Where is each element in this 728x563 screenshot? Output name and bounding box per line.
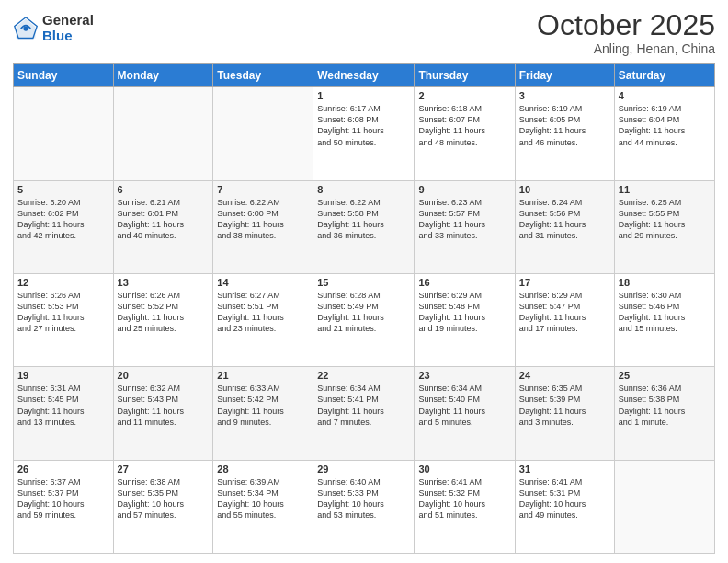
cell-1-0: 5Sunrise: 6:20 AM Sunset: 6:02 PM Daylig…: [14, 180, 114, 273]
cell-2-6: 18Sunrise: 6:30 AM Sunset: 5:46 PM Dayli…: [614, 273, 714, 366]
cell-3-0: 19Sunrise: 6:31 AM Sunset: 5:45 PM Dayli…: [14, 367, 114, 460]
cell-2-3: 15Sunrise: 6:28 AM Sunset: 5:49 PM Dayli…: [313, 273, 415, 366]
cell-0-2: [213, 87, 313, 180]
header: General Blue October 2025 Anling, Henan,…: [13, 9, 715, 56]
logo-general-text: General: [42, 13, 94, 29]
cell-4-4: 30Sunrise: 6:41 AM Sunset: 5:32 PM Dayli…: [415, 460, 515, 553]
day-num-1-5: 10: [519, 184, 610, 195]
day-info-0-5: Sunrise: 6:19 AM Sunset: 6:05 PM Dayligh…: [519, 103, 610, 148]
title-block: October 2025 Anling, Henan, China: [537, 9, 715, 56]
day-num-3-3: 22: [317, 370, 410, 381]
day-num-4-0: 26: [17, 464, 109, 475]
day-info-4-3: Sunrise: 6:40 AM Sunset: 5:33 PM Dayligh…: [317, 477, 410, 522]
col-friday: Friday: [515, 64, 614, 87]
day-num-3-6: 25: [619, 370, 711, 381]
day-num-1-1: 6: [118, 184, 210, 195]
cell-4-3: 29Sunrise: 6:40 AM Sunset: 5:33 PM Dayli…: [313, 460, 415, 553]
cell-1-1: 6Sunrise: 6:21 AM Sunset: 6:01 PM Daylig…: [113, 180, 213, 273]
cell-4-5: 31Sunrise: 6:41 AM Sunset: 5:31 PM Dayli…: [515, 460, 614, 553]
cell-1-5: 10Sunrise: 6:24 AM Sunset: 5:56 PM Dayli…: [515, 180, 614, 273]
week-row-2: 12Sunrise: 6:26 AM Sunset: 5:53 PM Dayli…: [14, 273, 715, 366]
cell-2-1: 13Sunrise: 6:26 AM Sunset: 5:52 PM Dayli…: [113, 273, 213, 366]
day-num-3-2: 21: [217, 370, 309, 381]
day-info-2-3: Sunrise: 6:28 AM Sunset: 5:49 PM Dayligh…: [317, 290, 410, 335]
cell-1-4: 9Sunrise: 6:23 AM Sunset: 5:57 PM Daylig…: [415, 180, 515, 273]
col-sunday: Sunday: [14, 64, 114, 87]
cell-4-6: [614, 460, 714, 553]
day-num-4-5: 31: [519, 464, 610, 475]
day-info-4-2: Sunrise: 6:39 AM Sunset: 5:34 PM Dayligh…: [217, 477, 309, 522]
cell-2-0: 12Sunrise: 6:26 AM Sunset: 5:53 PM Dayli…: [14, 273, 114, 366]
day-num-2-5: 17: [519, 277, 610, 288]
svg-point-2: [23, 26, 28, 30]
day-num-4-2: 28: [217, 464, 309, 475]
cell-0-0: [14, 87, 114, 180]
day-num-3-0: 19: [17, 370, 109, 381]
cell-1-3: 8Sunrise: 6:22 AM Sunset: 5:58 PM Daylig…: [313, 180, 415, 273]
cell-3-3: 22Sunrise: 6:34 AM Sunset: 5:41 PM Dayli…: [313, 367, 415, 460]
cell-4-2: 28Sunrise: 6:39 AM Sunset: 5:34 PM Dayli…: [213, 460, 313, 553]
day-num-1-3: 8: [317, 184, 410, 195]
day-info-4-1: Sunrise: 6:38 AM Sunset: 5:35 PM Dayligh…: [118, 477, 210, 522]
day-info-3-3: Sunrise: 6:34 AM Sunset: 5:41 PM Dayligh…: [317, 383, 410, 428]
day-num-2-3: 15: [317, 277, 410, 288]
day-num-3-4: 23: [418, 370, 510, 381]
logo-icon: [13, 16, 39, 41]
day-num-2-6: 18: [619, 277, 711, 288]
cell-0-4: 2Sunrise: 6:18 AM Sunset: 6:07 PM Daylig…: [415, 87, 515, 180]
day-info-3-5: Sunrise: 6:35 AM Sunset: 5:39 PM Dayligh…: [519, 383, 610, 428]
day-num-4-4: 30: [418, 464, 510, 475]
day-info-2-4: Sunrise: 6:29 AM Sunset: 5:48 PM Dayligh…: [418, 290, 510, 335]
day-info-1-6: Sunrise: 6:25 AM Sunset: 5:55 PM Dayligh…: [619, 197, 711, 242]
subtitle: Anling, Henan, China: [537, 41, 715, 56]
cell-4-0: 26Sunrise: 6:37 AM Sunset: 5:37 PM Dayli…: [14, 460, 114, 553]
day-num-4-1: 27: [118, 464, 210, 475]
cell-4-1: 27Sunrise: 6:38 AM Sunset: 5:35 PM Dayli…: [113, 460, 213, 553]
cell-3-1: 20Sunrise: 6:32 AM Sunset: 5:43 PM Dayli…: [113, 367, 213, 460]
month-title: October 2025: [537, 9, 715, 41]
day-info-0-4: Sunrise: 6:18 AM Sunset: 6:07 PM Dayligh…: [418, 103, 510, 148]
cell-0-5: 3Sunrise: 6:19 AM Sunset: 6:05 PM Daylig…: [515, 87, 614, 180]
col-saturday: Saturday: [614, 64, 714, 87]
cell-2-2: 14Sunrise: 6:27 AM Sunset: 5:51 PM Dayli…: [213, 273, 313, 366]
col-thursday: Thursday: [415, 64, 515, 87]
day-info-1-0: Sunrise: 6:20 AM Sunset: 6:02 PM Dayligh…: [17, 197, 109, 242]
day-info-3-6: Sunrise: 6:36 AM Sunset: 5:38 PM Dayligh…: [619, 383, 711, 428]
day-info-3-2: Sunrise: 6:33 AM Sunset: 5:42 PM Dayligh…: [217, 383, 309, 428]
day-num-0-6: 4: [619, 90, 711, 101]
cell-3-4: 23Sunrise: 6:34 AM Sunset: 5:40 PM Dayli…: [415, 367, 515, 460]
day-info-2-2: Sunrise: 6:27 AM Sunset: 5:51 PM Dayligh…: [217, 290, 309, 335]
calendar-body: 1Sunrise: 6:17 AM Sunset: 6:08 PM Daylig…: [14, 87, 715, 554]
calendar-header: Sunday Monday Tuesday Wednesday Thursday…: [14, 64, 715, 87]
cell-0-3: 1Sunrise: 6:17 AM Sunset: 6:08 PM Daylig…: [313, 87, 415, 180]
cell-3-5: 24Sunrise: 6:35 AM Sunset: 5:39 PM Dayli…: [515, 367, 614, 460]
logo-blue-text: Blue: [42, 29, 94, 44]
day-num-1-4: 9: [418, 184, 510, 195]
day-num-0-4: 2: [418, 90, 510, 101]
header-row: Sunday Monday Tuesday Wednesday Thursday…: [14, 64, 715, 87]
week-row-3: 19Sunrise: 6:31 AM Sunset: 5:45 PM Dayli…: [14, 367, 715, 460]
day-info-0-6: Sunrise: 6:19 AM Sunset: 6:04 PM Dayligh…: [619, 103, 711, 148]
day-info-1-4: Sunrise: 6:23 AM Sunset: 5:57 PM Dayligh…: [418, 197, 510, 242]
day-num-3-5: 24: [519, 370, 610, 381]
day-info-4-4: Sunrise: 6:41 AM Sunset: 5:32 PM Dayligh…: [418, 477, 510, 522]
day-num-1-2: 7: [217, 184, 309, 195]
day-info-3-0: Sunrise: 6:31 AM Sunset: 5:45 PM Dayligh…: [17, 383, 109, 428]
day-info-2-1: Sunrise: 6:26 AM Sunset: 5:52 PM Dayligh…: [118, 290, 210, 335]
calendar-table: Sunday Monday Tuesday Wednesday Thursday…: [13, 63, 715, 554]
day-info-4-5: Sunrise: 6:41 AM Sunset: 5:31 PM Dayligh…: [519, 477, 610, 522]
day-info-1-3: Sunrise: 6:22 AM Sunset: 5:58 PM Dayligh…: [317, 197, 410, 242]
day-num-0-5: 3: [519, 90, 610, 101]
cell-2-4: 16Sunrise: 6:29 AM Sunset: 5:48 PM Dayli…: [415, 273, 515, 366]
cell-3-6: 25Sunrise: 6:36 AM Sunset: 5:38 PM Dayli…: [614, 367, 714, 460]
cell-0-6: 4Sunrise: 6:19 AM Sunset: 6:04 PM Daylig…: [614, 87, 714, 180]
logo: General Blue: [13, 13, 94, 43]
cell-1-2: 7Sunrise: 6:22 AM Sunset: 6:00 PM Daylig…: [213, 180, 313, 273]
col-tuesday: Tuesday: [213, 64, 313, 87]
cell-1-6: 11Sunrise: 6:25 AM Sunset: 5:55 PM Dayli…: [614, 180, 714, 273]
cell-2-5: 17Sunrise: 6:29 AM Sunset: 5:47 PM Dayli…: [515, 273, 614, 366]
col-wednesday: Wednesday: [313, 64, 415, 87]
day-info-2-0: Sunrise: 6:26 AM Sunset: 5:53 PM Dayligh…: [17, 290, 109, 335]
day-num-3-1: 20: [118, 370, 210, 381]
day-info-4-0: Sunrise: 6:37 AM Sunset: 5:37 PM Dayligh…: [17, 477, 109, 522]
